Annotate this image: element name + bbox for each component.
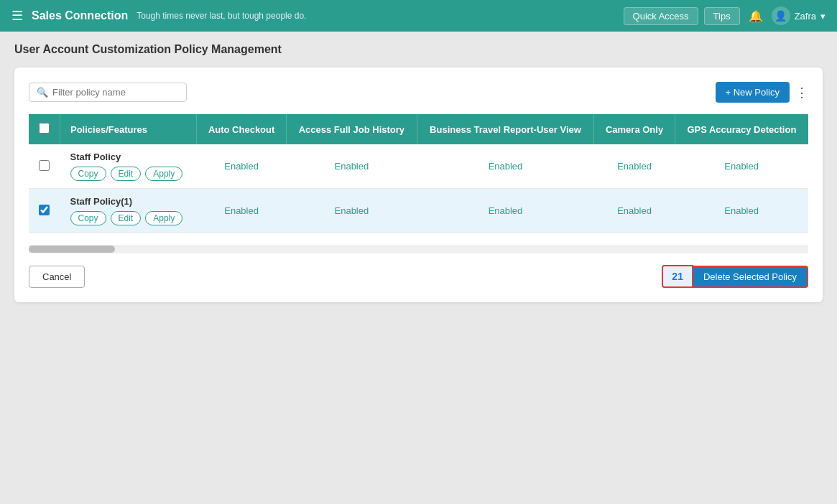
table-row: Staff Policy(1) Copy Edit Apply Enabled … bbox=[29, 189, 808, 233]
delete-count-badge: 21 bbox=[662, 265, 693, 288]
row-2-business-travel: Enabled bbox=[417, 189, 594, 233]
row-2-apply-button[interactable]: Apply bbox=[145, 211, 182, 225]
col-header-business-travel: Business Travel Report-User View bbox=[417, 114, 594, 144]
row-2-edit-button[interactable]: Edit bbox=[111, 211, 142, 225]
row-2-policy-cell: Staff Policy(1) Copy Edit Apply bbox=[60, 189, 197, 233]
brand-name: Sales Connection bbox=[32, 9, 128, 22]
table-header-row: Policies/Features Auto Checkout Access F… bbox=[29, 114, 808, 144]
row-1-gps-accuracy: Enabled bbox=[675, 144, 808, 189]
row-1-camera-only: Enabled bbox=[594, 144, 675, 189]
select-all-checkbox[interactable] bbox=[39, 123, 50, 134]
row-1-apply-button[interactable]: Apply bbox=[145, 167, 182, 181]
user-name: Zafra bbox=[795, 11, 816, 22]
main-card: 🔍 + New Policy ⋮ Policies/Features Auto … bbox=[14, 67, 823, 302]
tips-button[interactable]: Tips bbox=[704, 7, 740, 25]
row-1-checkbox[interactable] bbox=[39, 160, 50, 171]
row-2-policy-actions: Copy Edit Apply bbox=[70, 211, 187, 225]
scroll-thumb[interactable] bbox=[29, 246, 115, 253]
col-header-policies: Policies/Features bbox=[60, 114, 197, 144]
row-1-business-travel: Enabled bbox=[417, 144, 594, 189]
col-header-camera-only: Camera Only bbox=[594, 114, 675, 144]
row-1-auto-checkout: Enabled bbox=[197, 144, 287, 189]
row-1-policy-cell: Staff Policy Copy Edit Apply bbox=[60, 144, 197, 189]
col-header-gps-accuracy: GPS Accuracy Detection bbox=[675, 114, 808, 144]
row-2-access-full-job: Enabled bbox=[287, 189, 417, 233]
new-policy-button[interactable]: + New Policy bbox=[716, 82, 790, 103]
row-2-checkbox-cell bbox=[29, 189, 60, 233]
search-input[interactable] bbox=[52, 87, 179, 98]
delete-selected-policy-button[interactable]: Delete Selected Policy bbox=[693, 266, 808, 288]
menu-icon[interactable]: ☰ bbox=[11, 8, 23, 24]
bottom-actions: Cancel 21 Delete Selected Policy bbox=[29, 265, 808, 288]
col-header-auto-checkout: Auto Checkout bbox=[197, 114, 287, 144]
toolbar: 🔍 + New Policy ⋮ bbox=[29, 82, 808, 103]
row-1-checkbox-cell bbox=[29, 144, 60, 189]
chevron-down-icon: ▾ bbox=[820, 11, 826, 22]
col-header-access-full-job: Access Full Job History bbox=[287, 114, 417, 144]
user-menu[interactable]: 👤 Zafra ▾ bbox=[772, 6, 826, 25]
table-row: Staff Policy Copy Edit Apply Enabled Ena… bbox=[29, 144, 808, 189]
search-box: 🔍 bbox=[29, 83, 187, 102]
page-wrapper: User Account Customization Policy Manage… bbox=[0, 32, 837, 314]
row-2-copy-button[interactable]: Copy bbox=[70, 211, 106, 225]
user-avatar-icon: 👤 bbox=[772, 6, 790, 25]
toolbar-right: + New Policy ⋮ bbox=[716, 82, 809, 103]
nav-right: Quick Access Tips 🔔 👤 Zafra ▾ bbox=[624, 6, 826, 26]
policy-table: Policies/Features Auto Checkout Access F… bbox=[29, 114, 808, 233]
table-wrapper: Policies/Features Auto Checkout Access F… bbox=[29, 114, 808, 233]
page-title: User Account Customization Policy Manage… bbox=[14, 43, 823, 56]
row-1-copy-button[interactable]: Copy bbox=[70, 167, 106, 181]
row-1-policy-name: Staff Policy bbox=[70, 151, 187, 162]
header-checkbox-cell bbox=[29, 114, 60, 144]
row-2-gps-accuracy: Enabled bbox=[675, 189, 808, 233]
nav-tagline: Tough times never last, but tough people… bbox=[137, 11, 623, 21]
row-2-auto-checkout: Enabled bbox=[197, 189, 287, 233]
cancel-button[interactable]: Cancel bbox=[29, 266, 85, 288]
notifications-button[interactable]: 🔔 bbox=[746, 6, 766, 26]
row-2-checkbox[interactable] bbox=[39, 205, 50, 215]
quick-access-button[interactable]: Quick Access bbox=[624, 7, 698, 25]
horizontal-scrollbar[interactable] bbox=[29, 245, 808, 253]
top-nav: ☰ Sales Connection Tough times never las… bbox=[0, 0, 837, 32]
search-icon: 🔍 bbox=[37, 87, 48, 98]
row-1-access-full-job: Enabled bbox=[287, 144, 417, 189]
row-1-policy-actions: Copy Edit Apply bbox=[70, 167, 187, 181]
row-2-policy-name: Staff Policy(1) bbox=[70, 196, 187, 207]
delete-group: 21 Delete Selected Policy bbox=[662, 265, 808, 288]
more-options-icon[interactable]: ⋮ bbox=[795, 85, 808, 101]
row-1-edit-button[interactable]: Edit bbox=[111, 167, 142, 181]
row-2-camera-only: Enabled bbox=[594, 189, 675, 233]
